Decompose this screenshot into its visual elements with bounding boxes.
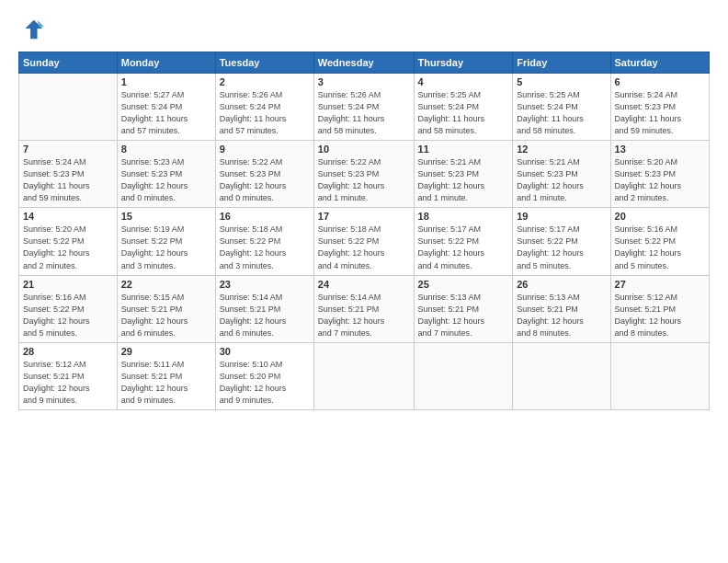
calendar-cell: 9Sunrise: 5:22 AM Sunset: 5:23 PM Daylig… [215, 141, 313, 208]
calendar-cell: 27Sunrise: 5:12 AM Sunset: 5:21 PM Dayli… [610, 275, 709, 342]
day-number: 15 [121, 211, 211, 222]
day-number: 9 [220, 144, 310, 155]
calendar-week-5: 28Sunrise: 5:12 AM Sunset: 5:21 PM Dayli… [19, 342, 710, 409]
calendar-cell: 1Sunrise: 5:27 AM Sunset: 5:24 PM Daylig… [117, 74, 215, 141]
day-info: Sunrise: 5:12 AM Sunset: 5:21 PM Dayligh… [23, 359, 113, 407]
calendar-week-3: 14Sunrise: 5:20 AM Sunset: 5:22 PM Dayli… [19, 208, 710, 275]
calendar-table: SundayMondayTuesdayWednesdayThursdayFrid… [18, 52, 710, 410]
calendar-cell: 24Sunrise: 5:14 AM Sunset: 5:21 PM Dayli… [313, 275, 414, 342]
calendar-cell: 15Sunrise: 5:19 AM Sunset: 5:22 PM Dayli… [117, 208, 215, 275]
logo-icon [18, 17, 44, 42]
calendar-cell: 30Sunrise: 5:10 AM Sunset: 5:20 PM Dayli… [215, 342, 313, 409]
day-info: Sunrise: 5:17 AM Sunset: 5:22 PM Dayligh… [418, 224, 509, 271]
day-info: Sunrise: 5:27 AM Sunset: 5:24 PM Dayligh… [121, 89, 211, 137]
calendar-cell: 7Sunrise: 5:24 AM Sunset: 5:23 PM Daylig… [19, 141, 118, 208]
calendar-cell: 6Sunrise: 5:24 AM Sunset: 5:23 PM Daylig… [610, 74, 709, 141]
day-info: Sunrise: 5:18 AM Sunset: 5:22 PM Dayligh… [220, 224, 310, 271]
day-info: Sunrise: 5:19 AM Sunset: 5:22 PM Dayligh… [121, 224, 211, 271]
day-number: 19 [517, 211, 606, 222]
day-number: 17 [318, 211, 410, 222]
calendar-cell: 13Sunrise: 5:20 AM Sunset: 5:23 PM Dayli… [610, 141, 709, 208]
day-info: Sunrise: 5:24 AM Sunset: 5:23 PM Dayligh… [23, 156, 113, 204]
day-number: 23 [220, 279, 310, 290]
calendar-cell: 16Sunrise: 5:18 AM Sunset: 5:22 PM Dayli… [215, 208, 313, 275]
day-info: Sunrise: 5:14 AM Sunset: 5:21 PM Dayligh… [220, 292, 310, 339]
calendar-cell: 10Sunrise: 5:22 AM Sunset: 5:23 PM Dayli… [313, 141, 414, 208]
day-info: Sunrise: 5:14 AM Sunset: 5:21 PM Dayligh… [318, 292, 410, 339]
day-number: 2 [220, 76, 310, 87]
calendar-cell: 23Sunrise: 5:14 AM Sunset: 5:21 PM Dayli… [215, 275, 313, 342]
day-info: Sunrise: 5:13 AM Sunset: 5:21 PM Dayligh… [418, 292, 509, 339]
calendar-cell [313, 342, 414, 409]
day-info: Sunrise: 5:23 AM Sunset: 5:23 PM Dayligh… [121, 156, 211, 204]
day-info: Sunrise: 5:16 AM Sunset: 5:22 PM Dayligh… [23, 292, 113, 339]
day-info: Sunrise: 5:26 AM Sunset: 5:24 PM Dayligh… [318, 89, 410, 137]
day-info: Sunrise: 5:13 AM Sunset: 5:21 PM Dayligh… [517, 292, 606, 339]
calendar-cell [414, 342, 513, 409]
column-header-saturday: Saturday [610, 52, 709, 74]
calendar-cell [610, 342, 709, 409]
calendar-week-1: 1Sunrise: 5:27 AM Sunset: 5:24 PM Daylig… [19, 74, 710, 141]
calendar-cell: 28Sunrise: 5:12 AM Sunset: 5:21 PM Dayli… [19, 342, 118, 409]
calendar-cell: 8Sunrise: 5:23 AM Sunset: 5:23 PM Daylig… [117, 141, 215, 208]
day-number: 7 [23, 144, 113, 155]
header [18, 17, 710, 42]
day-number: 28 [23, 346, 113, 357]
day-info: Sunrise: 5:18 AM Sunset: 5:22 PM Dayligh… [318, 224, 410, 271]
day-info: Sunrise: 5:15 AM Sunset: 5:21 PM Dayligh… [121, 292, 211, 339]
day-number: 3 [318, 76, 410, 87]
calendar-cell: 11Sunrise: 5:21 AM Sunset: 5:23 PM Dayli… [414, 141, 513, 208]
column-header-tuesday: Tuesday [215, 52, 313, 74]
day-info: Sunrise: 5:11 AM Sunset: 5:21 PM Dayligh… [121, 359, 211, 407]
page: SundayMondayTuesdayWednesdayThursdayFrid… [0, 0, 728, 563]
day-number: 16 [220, 211, 310, 222]
calendar-week-4: 21Sunrise: 5:16 AM Sunset: 5:22 PM Dayli… [19, 275, 710, 342]
day-info: Sunrise: 5:26 AM Sunset: 5:24 PM Dayligh… [220, 89, 310, 137]
day-number: 20 [615, 211, 705, 222]
day-info: Sunrise: 5:24 AM Sunset: 5:23 PM Dayligh… [615, 89, 705, 137]
day-info: Sunrise: 5:20 AM Sunset: 5:23 PM Dayligh… [615, 156, 705, 204]
day-info: Sunrise: 5:22 AM Sunset: 5:23 PM Dayligh… [220, 156, 310, 204]
day-number: 6 [615, 76, 705, 87]
calendar-week-2: 7Sunrise: 5:24 AM Sunset: 5:23 PM Daylig… [19, 141, 710, 208]
day-number: 10 [318, 144, 410, 155]
column-header-sunday: Sunday [19, 52, 118, 74]
day-number: 18 [418, 211, 509, 222]
calendar-cell: 2Sunrise: 5:26 AM Sunset: 5:24 PM Daylig… [215, 74, 313, 141]
day-number: 12 [517, 144, 606, 155]
calendar-cell: 18Sunrise: 5:17 AM Sunset: 5:22 PM Dayli… [414, 208, 513, 275]
day-number: 30 [220, 346, 310, 357]
column-header-monday: Monday [117, 52, 215, 74]
day-number: 21 [23, 279, 113, 290]
day-number: 27 [615, 279, 705, 290]
day-number: 13 [615, 144, 705, 155]
calendar-cell: 3Sunrise: 5:26 AM Sunset: 5:24 PM Daylig… [313, 74, 414, 141]
day-info: Sunrise: 5:21 AM Sunset: 5:23 PM Dayligh… [517, 156, 606, 204]
calendar-cell: 20Sunrise: 5:16 AM Sunset: 5:22 PM Dayli… [610, 208, 709, 275]
calendar-cell: 21Sunrise: 5:16 AM Sunset: 5:22 PM Dayli… [19, 275, 118, 342]
day-number: 29 [121, 346, 211, 357]
day-info: Sunrise: 5:25 AM Sunset: 5:24 PM Dayligh… [517, 89, 606, 137]
day-number: 25 [418, 279, 509, 290]
calendar-cell: 19Sunrise: 5:17 AM Sunset: 5:22 PM Dayli… [513, 208, 610, 275]
calendar-cell: 22Sunrise: 5:15 AM Sunset: 5:21 PM Dayli… [117, 275, 215, 342]
day-number: 22 [121, 279, 211, 290]
day-info: Sunrise: 5:17 AM Sunset: 5:22 PM Dayligh… [517, 224, 606, 271]
calendar-cell [19, 74, 118, 141]
day-number: 14 [23, 211, 113, 222]
calendar-cell: 14Sunrise: 5:20 AM Sunset: 5:22 PM Dayli… [19, 208, 118, 275]
day-number: 11 [418, 144, 509, 155]
day-info: Sunrise: 5:12 AM Sunset: 5:21 PM Dayligh… [615, 292, 705, 339]
calendar-cell: 5Sunrise: 5:25 AM Sunset: 5:24 PM Daylig… [513, 74, 610, 141]
day-info: Sunrise: 5:16 AM Sunset: 5:22 PM Dayligh… [615, 224, 705, 271]
day-number: 5 [517, 76, 606, 87]
day-info: Sunrise: 5:10 AM Sunset: 5:20 PM Dayligh… [220, 359, 310, 407]
column-header-thursday: Thursday [414, 52, 513, 74]
day-info: Sunrise: 5:25 AM Sunset: 5:24 PM Dayligh… [418, 89, 509, 137]
logo [18, 17, 48, 42]
day-info: Sunrise: 5:22 AM Sunset: 5:23 PM Dayligh… [318, 156, 410, 204]
day-number: 26 [517, 279, 606, 290]
day-info: Sunrise: 5:20 AM Sunset: 5:22 PM Dayligh… [23, 224, 113, 271]
day-number: 1 [121, 76, 211, 87]
day-number: 24 [318, 279, 410, 290]
